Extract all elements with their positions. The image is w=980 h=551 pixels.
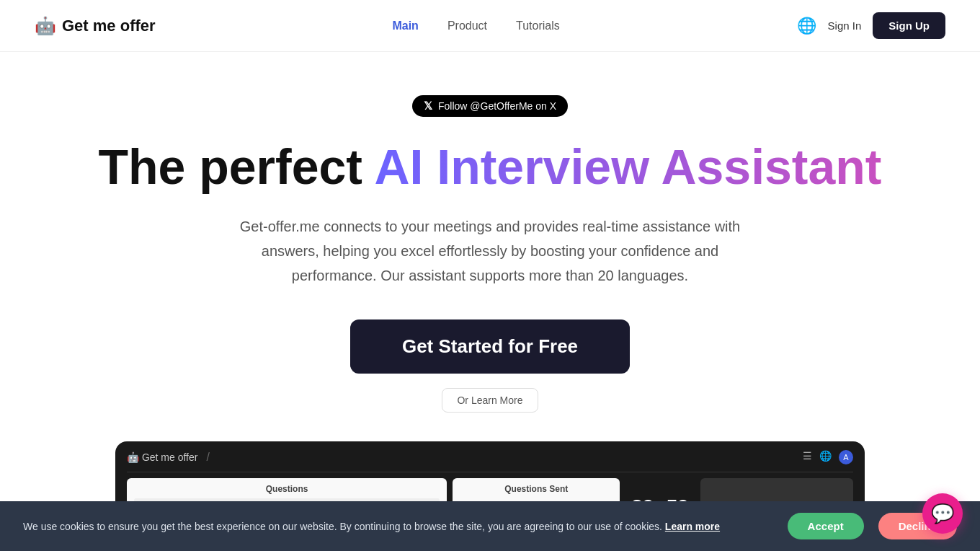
video-logo: 🤖 Get me offer xyxy=(127,451,197,463)
chat-bubble[interactable]: 💬 xyxy=(922,493,963,534)
questions-header: Questions xyxy=(134,484,440,494)
cta-button[interactable]: Get Started for Free xyxy=(350,319,630,374)
logo-icon: 🤖 xyxy=(35,16,56,36)
accept-button[interactable]: Accept xyxy=(788,513,864,539)
nav-link-tutorials[interactable]: Tutorials xyxy=(516,19,560,32)
signup-button[interactable]: Sign Up xyxy=(873,12,945,39)
nav-link-product[interactable]: Product xyxy=(447,19,487,32)
navbar: 🤖 Get me offer Main Product Tutorials 🌐 … xyxy=(0,0,980,52)
globe-icon-video[interactable]: 🌐 xyxy=(819,450,832,464)
logo[interactable]: 🤖 Get me offer xyxy=(35,16,156,36)
nav-actions: 🌐 Sign In Sign Up xyxy=(797,12,945,39)
nav-link-main[interactable]: Main xyxy=(392,19,418,32)
video-divider: / xyxy=(206,451,209,464)
learn-more-link[interactable]: Learn more xyxy=(665,521,720,532)
hero-title-part1: The perfect xyxy=(98,139,374,194)
twitter-badge[interactable]: 𝕏 Follow @GetOfferMe on X xyxy=(412,95,568,117)
hero-title: The perfect AI Interview Assistant xyxy=(17,140,963,194)
hero-subtitle: Get-offer.me connects to your meetings a… xyxy=(223,214,757,288)
learn-more-button[interactable]: Or Learn More xyxy=(442,388,538,413)
x-icon: 𝕏 xyxy=(424,100,432,113)
video-icons: ☰ 🌐 A xyxy=(803,450,853,464)
questions-sent-header: Questions Sent xyxy=(460,484,612,494)
cookie-text: We use cookies to ensure you get the bes… xyxy=(23,521,773,532)
globe-icon[interactable]: 🌐 xyxy=(797,17,816,35)
video-topbar: 🤖 Get me offer / ☰ 🌐 A xyxy=(127,450,853,472)
cookie-banner: We use cookies to ensure you get the bes… xyxy=(0,501,980,551)
avatar-icon[interactable]: A xyxy=(839,450,853,464)
twitter-badge-text: Follow @GetOfferMe on X xyxy=(438,100,556,112)
hamburger-icon[interactable]: ☰ xyxy=(803,450,812,464)
nav-links: Main Product Tutorials xyxy=(392,19,559,32)
logo-text: Get me offer xyxy=(62,17,156,35)
hero-section: 𝕏 Follow @GetOfferMe on X The perfect AI… xyxy=(0,52,980,551)
hero-title-gradient: AI Interview Assistant xyxy=(374,139,881,194)
signin-button[interactable]: Sign In xyxy=(828,19,862,32)
chat-icon: 💬 xyxy=(931,503,954,525)
